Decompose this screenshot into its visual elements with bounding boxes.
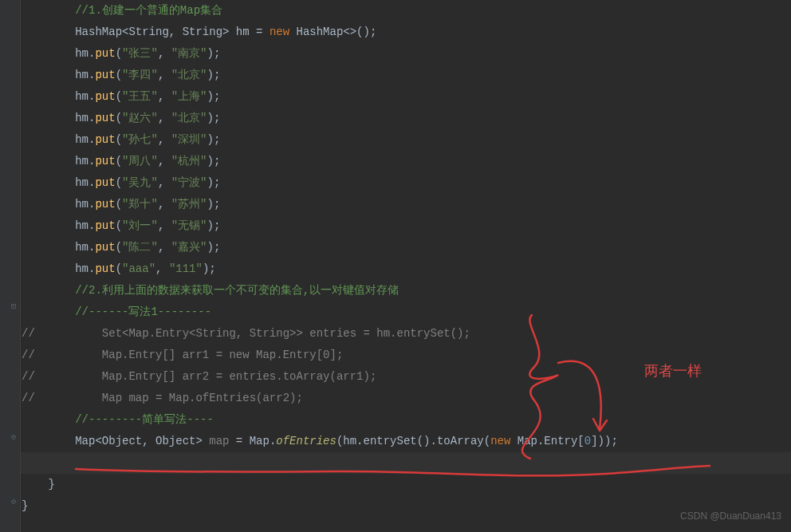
code-line: } <box>20 495 791 517</box>
code-line-put: hm.put("刘一", "无锡"); <box>20 215 791 237</box>
code-line: //2.利用上面的数据来获取一个不可变的集合,以一对键值对存储 <box>20 280 791 301</box>
code-line-commented: // Set<Map.Entry<String, String>> entrie… <box>20 323 791 345</box>
code-line-put: hm.put("郑十", "苏州"); <box>20 194 791 215</box>
code-line-put: hm.put("吴九", "宁波"); <box>20 172 791 194</box>
code-line-commented: // Map.Entry[] arr2 = entries.toArray(ar… <box>20 366 791 388</box>
code-line-put: hm.put("王五", "上海"); <box>20 86 791 108</box>
code-line-commented: // Map map = Map.ofEntries(arr2); <box>20 388 791 409</box>
code-line: } <box>20 474 791 495</box>
code-line-put: hm.put("赵六", "北京"); <box>20 108 791 129</box>
code-line-commented: // Map.Entry[] arr1 = new Map.Entry[0]; <box>20 345 791 366</box>
code-line-put: hm.put("周八", "杭州"); <box>20 151 791 172</box>
code-line-cursor[interactable] <box>20 452 791 474</box>
code-line: //--------简单写法---- <box>20 409 791 431</box>
code-line: HashMap<String, String> hm = new HashMap… <box>20 22 791 43</box>
code-line-put: hm.put("张三", "南京"); <box>20 43 791 65</box>
code-line: Map<Object, Object> map = Map.ofEntries(… <box>20 431 791 452</box>
editor-gutter: ⊟ ⊖ ⊖ <box>0 0 21 532</box>
code-line: //------写法1-------- <box>20 301 791 323</box>
code-line-put: hm.put("陈二", "嘉兴"); <box>20 237 791 258</box>
code-line: //1.创建一个普通的Map集合 <box>20 0 791 22</box>
code-line-put: hm.put("李四", "北京"); <box>20 65 791 86</box>
code-line-put: hm.put("aaa", "111"); <box>20 258 791 280</box>
code-line-put: hm.put("孙七", "深圳"); <box>20 129 791 151</box>
code-editor[interactable]: //1.创建一个普通的Map集合 HashMap<String, String>… <box>20 0 791 532</box>
